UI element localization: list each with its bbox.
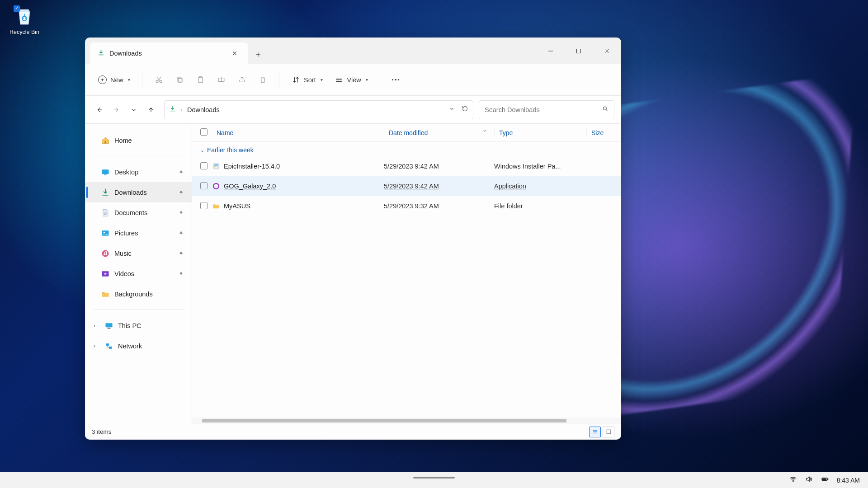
file-name: EpicInstaller-15.4.0 <box>224 163 384 170</box>
thumbnails-view-button[interactable] <box>603 427 614 437</box>
search-input[interactable] <box>485 106 602 113</box>
cut-icon <box>154 75 163 84</box>
delete-button[interactable] <box>254 73 272 87</box>
plus-circle-icon: + <box>98 75 107 84</box>
sidebar-item-documents[interactable]: Documents <box>85 202 192 223</box>
chevron-right-icon[interactable]: › <box>94 343 100 349</box>
sidebar-item-label: Network <box>118 343 142 350</box>
sort-button[interactable]: Sort ▾ <box>287 73 327 87</box>
share-icon <box>237 75 246 84</box>
file-row[interactable]: EpicInstaller-15.4.0 5/29/2023 9:42 AM W… <box>192 156 621 176</box>
music-icon <box>101 249 110 258</box>
view-button[interactable]: View ▾ <box>330 73 373 87</box>
pin-icon <box>179 169 184 176</box>
details-view-button[interactable] <box>589 427 601 437</box>
refresh-button[interactable] <box>462 105 468 114</box>
folder-icon <box>101 290 110 299</box>
sidebar-item-desktop[interactable]: Desktop <box>85 162 192 182</box>
back-button[interactable] <box>92 102 107 117</box>
sidebar-item-label: Home <box>114 137 132 144</box>
sidebar-item-videos[interactable]: Videos <box>85 263 192 284</box>
sidebar-item-home[interactable]: Home <box>85 130 192 150</box>
svg-rect-9 <box>104 141 106 143</box>
maximize-button[interactable] <box>565 42 593 61</box>
address-dropdown[interactable] <box>448 105 455 114</box>
tab-close-button[interactable]: ✕ <box>228 47 241 60</box>
wifi-icon[interactable] <box>789 475 797 485</box>
sidebar-item-network[interactable]: › Network <box>85 336 192 356</box>
scrollbar-thumb[interactable] <box>202 419 566 422</box>
close-window-button[interactable] <box>593 42 621 61</box>
volume-icon[interactable] <box>805 475 813 485</box>
horizontal-scrollbar[interactable] <box>192 418 621 424</box>
more-button[interactable] <box>387 76 404 84</box>
taskbar[interactable]: 8:43 AM <box>0 472 868 488</box>
svg-rect-29 <box>827 479 828 480</box>
documents-icon <box>101 208 110 217</box>
breadcrumb-current[interactable]: Downloads <box>187 106 220 113</box>
file-type: Application <box>494 183 586 190</box>
up-button[interactable] <box>143 102 159 117</box>
file-explorer-window: Downloads ✕ ＋ + New ▾ <box>85 38 621 440</box>
new-tab-button[interactable]: ＋ <box>248 44 268 64</box>
sidebar-item-pictures[interactable]: Pictures <box>85 223 192 243</box>
row-checkbox[interactable] <box>200 162 208 169</box>
recycle-bin[interactable]: Recycle Bin <box>6 5 42 35</box>
chevron-right-icon[interactable]: › <box>94 323 100 329</box>
sidebar-item-label: Desktop <box>114 169 138 176</box>
svg-point-14 <box>102 250 109 257</box>
more-icon <box>392 79 400 81</box>
clock[interactable]: 8:43 AM <box>837 477 860 484</box>
column-size[interactable]: Size <box>586 129 613 136</box>
sidebar-item-this-pc[interactable]: › This PC <box>85 315 192 336</box>
copy-button[interactable] <box>170 73 189 87</box>
group-header[interactable]: ⌄ Earlier this week <box>192 142 621 156</box>
titlebar[interactable]: Downloads ✕ ＋ <box>85 38 621 64</box>
rename-button[interactable] <box>212 73 230 87</box>
minimize-button[interactable] <box>537 42 565 61</box>
svg-rect-3 <box>178 78 182 82</box>
gog-icon <box>212 182 224 190</box>
sidebar-item-backgrounds[interactable]: Backgrounds <box>85 284 192 304</box>
tab-downloads[interactable]: Downloads ✕ <box>90 42 248 64</box>
this-pc-icon <box>104 321 113 330</box>
file-name: MyASUS <box>224 202 384 210</box>
battery-icon[interactable] <box>821 475 829 485</box>
pin-icon <box>179 250 184 257</box>
select-all-checkbox[interactable] <box>200 128 208 136</box>
search-box[interactable] <box>479 100 614 119</box>
recent-locations-button[interactable] <box>126 102 142 117</box>
home-icon <box>101 136 110 145</box>
svg-rect-18 <box>106 323 113 327</box>
sidebar-item-label: Backgrounds <box>114 291 153 298</box>
file-row[interactable]: GOG_Galaxy_2.0 5/29/2023 9:42 AM Applica… <box>192 176 621 196</box>
paste-button[interactable] <box>191 73 209 87</box>
new-button[interactable]: + New ▾ <box>94 73 135 87</box>
column-name[interactable]: Name <box>212 129 384 136</box>
sidebar-item-downloads[interactable]: Downloads <box>85 182 192 202</box>
svg-rect-22 <box>213 164 219 169</box>
row-checkbox[interactable] <box>200 202 208 209</box>
sidebar-item-music[interactable]: Music <box>85 243 192 263</box>
row-checkbox[interactable] <box>200 182 208 189</box>
svg-rect-23 <box>214 164 218 165</box>
recycle-bin-icon <box>14 5 35 27</box>
share-button[interactable] <box>233 73 251 87</box>
file-row[interactable]: MyASUS 5/29/2023 9:32 AM File folder <box>192 196 621 216</box>
svg-point-8 <box>603 107 606 110</box>
downloads-icon <box>97 49 105 58</box>
address-bar[interactable]: › Downloads <box>164 100 473 119</box>
svg-rect-30 <box>822 479 826 480</box>
pin-icon <box>179 270 184 277</box>
navigation-pane[interactable]: Home Desktop Downloads Documents <box>85 124 192 424</box>
sidebar-item-label: Documents <box>114 209 147 216</box>
network-icon <box>104 342 113 351</box>
sidebar-item-label: Downloads <box>114 189 147 196</box>
item-count: 3 items <box>92 428 112 435</box>
forward-button[interactable] <box>109 102 124 117</box>
column-date[interactable]: Date modified <box>384 129 494 136</box>
system-tray[interactable]: 8:43 AM <box>789 475 860 485</box>
column-type[interactable]: Type <box>494 129 586 136</box>
cut-button[interactable] <box>150 73 168 87</box>
trash-icon <box>258 75 267 84</box>
